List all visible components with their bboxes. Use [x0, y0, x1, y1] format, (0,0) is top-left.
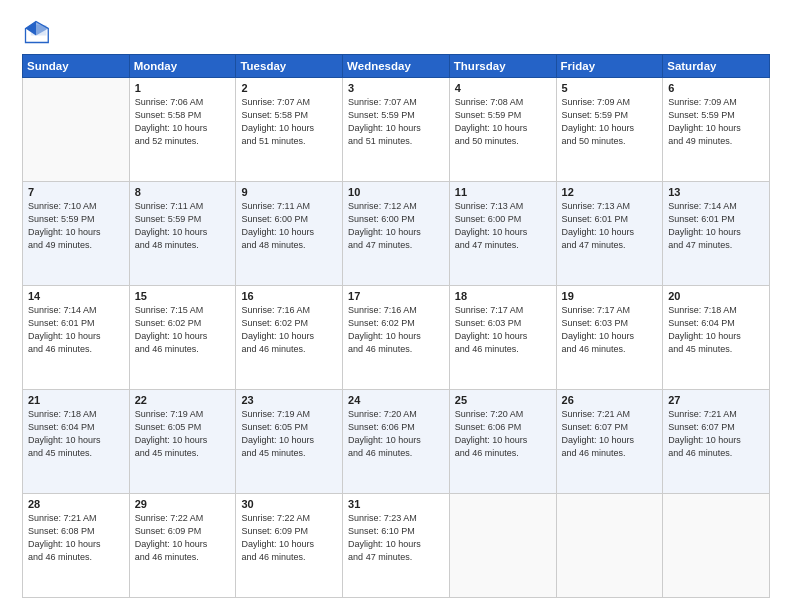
day-info: Sunrise: 7:21 AM Sunset: 6:08 PM Dayligh… — [28, 512, 124, 564]
day-number: 15 — [135, 290, 231, 302]
day-info: Sunrise: 7:09 AM Sunset: 5:59 PM Dayligh… — [668, 96, 764, 148]
calendar-cell: 29Sunrise: 7:22 AM Sunset: 6:09 PM Dayli… — [129, 494, 236, 598]
weekday-header: Saturday — [663, 55, 770, 78]
calendar-cell: 24Sunrise: 7:20 AM Sunset: 6:06 PM Dayli… — [343, 390, 450, 494]
top-section — [22, 18, 770, 46]
calendar-cell: 7Sunrise: 7:10 AM Sunset: 5:59 PM Daylig… — [23, 182, 130, 286]
calendar-cell: 3Sunrise: 7:07 AM Sunset: 5:59 PM Daylig… — [343, 78, 450, 182]
day-info: Sunrise: 7:12 AM Sunset: 6:00 PM Dayligh… — [348, 200, 444, 252]
calendar-cell: 2Sunrise: 7:07 AM Sunset: 5:58 PM Daylig… — [236, 78, 343, 182]
day-info: Sunrise: 7:22 AM Sunset: 6:09 PM Dayligh… — [135, 512, 231, 564]
calendar-cell: 8Sunrise: 7:11 AM Sunset: 5:59 PM Daylig… — [129, 182, 236, 286]
calendar-row: 14Sunrise: 7:14 AM Sunset: 6:01 PM Dayli… — [23, 286, 770, 390]
day-info: Sunrise: 7:10 AM Sunset: 5:59 PM Dayligh… — [28, 200, 124, 252]
calendar-cell: 11Sunrise: 7:13 AM Sunset: 6:00 PM Dayli… — [449, 182, 556, 286]
day-number: 2 — [241, 82, 337, 94]
day-number: 14 — [28, 290, 124, 302]
calendar-cell — [23, 78, 130, 182]
day-info: Sunrise: 7:22 AM Sunset: 6:09 PM Dayligh… — [241, 512, 337, 564]
day-info: Sunrise: 7:23 AM Sunset: 6:10 PM Dayligh… — [348, 512, 444, 564]
day-info: Sunrise: 7:21 AM Sunset: 6:07 PM Dayligh… — [562, 408, 658, 460]
calendar-row: 28Sunrise: 7:21 AM Sunset: 6:08 PM Dayli… — [23, 494, 770, 598]
calendar-cell: 1Sunrise: 7:06 AM Sunset: 5:58 PM Daylig… — [129, 78, 236, 182]
day-info: Sunrise: 7:09 AM Sunset: 5:59 PM Dayligh… — [562, 96, 658, 148]
day-info: Sunrise: 7:17 AM Sunset: 6:03 PM Dayligh… — [455, 304, 551, 356]
calendar-cell: 22Sunrise: 7:19 AM Sunset: 6:05 PM Dayli… — [129, 390, 236, 494]
day-info: Sunrise: 7:14 AM Sunset: 6:01 PM Dayligh… — [28, 304, 124, 356]
day-number: 26 — [562, 394, 658, 406]
calendar-cell — [663, 494, 770, 598]
day-number: 13 — [668, 186, 764, 198]
calendar-cell: 27Sunrise: 7:21 AM Sunset: 6:07 PM Dayli… — [663, 390, 770, 494]
calendar-cell: 9Sunrise: 7:11 AM Sunset: 6:00 PM Daylig… — [236, 182, 343, 286]
day-number: 4 — [455, 82, 551, 94]
day-info: Sunrise: 7:08 AM Sunset: 5:59 PM Dayligh… — [455, 96, 551, 148]
day-info: Sunrise: 7:14 AM Sunset: 6:01 PM Dayligh… — [668, 200, 764, 252]
calendar-cell: 25Sunrise: 7:20 AM Sunset: 6:06 PM Dayli… — [449, 390, 556, 494]
calendar-cell — [556, 494, 663, 598]
day-info: Sunrise: 7:11 AM Sunset: 5:59 PM Dayligh… — [135, 200, 231, 252]
day-number: 8 — [135, 186, 231, 198]
calendar-cell: 19Sunrise: 7:17 AM Sunset: 6:03 PM Dayli… — [556, 286, 663, 390]
day-info: Sunrise: 7:07 AM Sunset: 5:58 PM Dayligh… — [241, 96, 337, 148]
day-number: 12 — [562, 186, 658, 198]
calendar-cell: 16Sunrise: 7:16 AM Sunset: 6:02 PM Dayli… — [236, 286, 343, 390]
calendar-page: SundayMondayTuesdayWednesdayThursdayFrid… — [0, 0, 792, 612]
day-info: Sunrise: 7:16 AM Sunset: 6:02 PM Dayligh… — [241, 304, 337, 356]
day-number: 29 — [135, 498, 231, 510]
day-number: 18 — [455, 290, 551, 302]
calendar-cell — [449, 494, 556, 598]
calendar-table: SundayMondayTuesdayWednesdayThursdayFrid… — [22, 54, 770, 598]
day-info: Sunrise: 7:20 AM Sunset: 6:06 PM Dayligh… — [455, 408, 551, 460]
day-number: 19 — [562, 290, 658, 302]
day-info: Sunrise: 7:15 AM Sunset: 6:02 PM Dayligh… — [135, 304, 231, 356]
weekday-header: Sunday — [23, 55, 130, 78]
day-number: 23 — [241, 394, 337, 406]
calendar-cell: 17Sunrise: 7:16 AM Sunset: 6:02 PM Dayli… — [343, 286, 450, 390]
day-info: Sunrise: 7:18 AM Sunset: 6:04 PM Dayligh… — [28, 408, 124, 460]
day-number: 6 — [668, 82, 764, 94]
day-info: Sunrise: 7:16 AM Sunset: 6:02 PM Dayligh… — [348, 304, 444, 356]
calendar-cell: 13Sunrise: 7:14 AM Sunset: 6:01 PM Dayli… — [663, 182, 770, 286]
day-info: Sunrise: 7:19 AM Sunset: 6:05 PM Dayligh… — [241, 408, 337, 460]
weekday-header: Tuesday — [236, 55, 343, 78]
day-number: 27 — [668, 394, 764, 406]
day-number: 7 — [28, 186, 124, 198]
logo-icon — [22, 18, 50, 46]
calendar-cell: 21Sunrise: 7:18 AM Sunset: 6:04 PM Dayli… — [23, 390, 130, 494]
calendar-cell: 31Sunrise: 7:23 AM Sunset: 6:10 PM Dayli… — [343, 494, 450, 598]
day-number: 22 — [135, 394, 231, 406]
day-number: 9 — [241, 186, 337, 198]
calendar-cell: 5Sunrise: 7:09 AM Sunset: 5:59 PM Daylig… — [556, 78, 663, 182]
weekday-header: Thursday — [449, 55, 556, 78]
day-number: 25 — [455, 394, 551, 406]
day-number: 11 — [455, 186, 551, 198]
calendar-cell: 12Sunrise: 7:13 AM Sunset: 6:01 PM Dayli… — [556, 182, 663, 286]
logo — [22, 18, 56, 46]
calendar-cell: 30Sunrise: 7:22 AM Sunset: 6:09 PM Dayli… — [236, 494, 343, 598]
day-info: Sunrise: 7:11 AM Sunset: 6:00 PM Dayligh… — [241, 200, 337, 252]
day-number: 30 — [241, 498, 337, 510]
day-number: 17 — [348, 290, 444, 302]
day-info: Sunrise: 7:13 AM Sunset: 6:01 PM Dayligh… — [562, 200, 658, 252]
day-number: 21 — [28, 394, 124, 406]
day-number: 10 — [348, 186, 444, 198]
day-number: 20 — [668, 290, 764, 302]
day-number: 28 — [28, 498, 124, 510]
calendar-cell: 10Sunrise: 7:12 AM Sunset: 6:00 PM Dayli… — [343, 182, 450, 286]
day-info: Sunrise: 7:13 AM Sunset: 6:00 PM Dayligh… — [455, 200, 551, 252]
day-number: 31 — [348, 498, 444, 510]
calendar-cell: 4Sunrise: 7:08 AM Sunset: 5:59 PM Daylig… — [449, 78, 556, 182]
calendar-cell: 15Sunrise: 7:15 AM Sunset: 6:02 PM Dayli… — [129, 286, 236, 390]
weekday-header: Monday — [129, 55, 236, 78]
calendar-cell: 18Sunrise: 7:17 AM Sunset: 6:03 PM Dayli… — [449, 286, 556, 390]
calendar-cell: 23Sunrise: 7:19 AM Sunset: 6:05 PM Dayli… — [236, 390, 343, 494]
day-info: Sunrise: 7:06 AM Sunset: 5:58 PM Dayligh… — [135, 96, 231, 148]
day-info: Sunrise: 7:17 AM Sunset: 6:03 PM Dayligh… — [562, 304, 658, 356]
calendar-cell: 6Sunrise: 7:09 AM Sunset: 5:59 PM Daylig… — [663, 78, 770, 182]
day-info: Sunrise: 7:18 AM Sunset: 6:04 PM Dayligh… — [668, 304, 764, 356]
day-info: Sunrise: 7:21 AM Sunset: 6:07 PM Dayligh… — [668, 408, 764, 460]
weekday-header: Friday — [556, 55, 663, 78]
calendar-cell: 26Sunrise: 7:21 AM Sunset: 6:07 PM Dayli… — [556, 390, 663, 494]
weekday-header: Wednesday — [343, 55, 450, 78]
